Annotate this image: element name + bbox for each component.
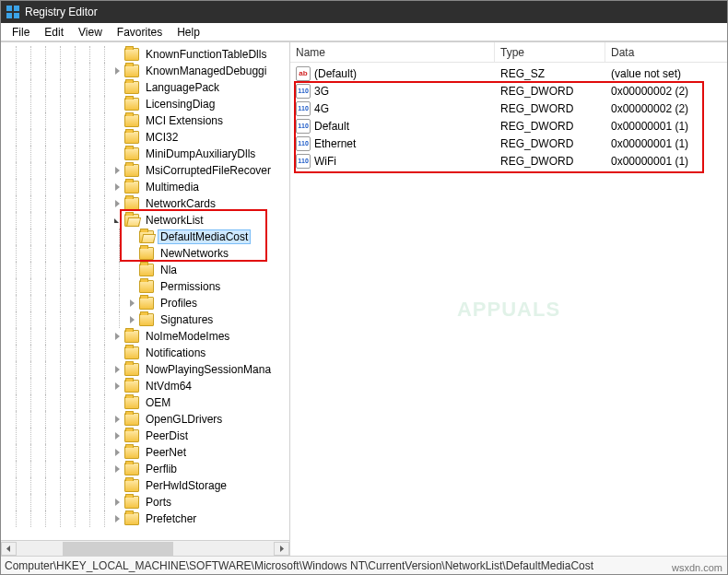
expander-closed-icon[interactable] [112, 364, 123, 375]
tree-node-label[interactable]: MCI32 [143, 130, 181, 145]
expander-closed-icon[interactable] [112, 430, 123, 441]
tree-node[interactable]: Notifications [8, 345, 289, 361]
tree-node[interactable]: Signatures [8, 311, 289, 328]
menu-edit[interactable]: Edit [39, 24, 69, 41]
tree-scroll[interactable]: KnownFunctionTableDllsKnownManagedDebugg… [1, 42, 289, 540]
tree-node-label[interactable]: LanguagePack [143, 80, 222, 95]
value-row[interactable]: 1103GREG_DWORD0x00000002 (2) [290, 82, 727, 100]
value-row[interactable]: ab(Default)REG_SZ(value not set) [290, 65, 727, 82]
scroll-track[interactable] [17, 542, 274, 556]
menu-help[interactable]: Help [171, 24, 205, 41]
tree-node-label[interactable]: NetworkList [143, 213, 206, 228]
tree-node-label[interactable]: LicensingDiag [143, 97, 217, 111]
tree-node-label[interactable]: Nla [158, 263, 180, 277]
tree-node-label[interactable]: PeerNet [143, 445, 189, 460]
menu-view[interactable]: View [73, 24, 108, 41]
tree-node[interactable]: KnownManagedDebuggi [8, 63, 289, 79]
value-type: REG_DWORD [495, 85, 605, 98]
expander-closed-icon[interactable] [112, 464, 123, 475]
expander-closed-icon[interactable] [126, 314, 137, 325]
expander-closed-icon[interactable] [112, 447, 123, 458]
tree-node[interactable]: MCI Extensions [8, 112, 289, 129]
tree-node[interactable]: Multimedia [8, 179, 289, 195]
tree-horizontal-scrollbar[interactable] [1, 540, 289, 556]
column-header-type[interactable]: Type [495, 42, 605, 62]
expander-closed-icon[interactable] [112, 65, 123, 76]
tree-node-label[interactable]: KnownManagedDebuggi [143, 64, 269, 78]
tree-node-label[interactable]: Signatures [158, 312, 216, 327]
value-row[interactable]: 110WiFiREG_DWORD0x00000001 (1) [290, 152, 727, 170]
tree-node[interactable]: PerHwIdStorage [8, 477, 289, 494]
expander-closed-icon[interactable] [112, 198, 123, 209]
tree-node[interactable]: NtVdm64 [8, 378, 289, 394]
expander-closed-icon[interactable] [112, 182, 123, 193]
tree-node[interactable]: Perflib [8, 461, 289, 477]
tree-node[interactable]: DefaultMediaCost [8, 229, 289, 245]
scroll-left-button[interactable] [1, 542, 17, 556]
tree-node-label[interactable]: Ports [143, 495, 174, 510]
column-header-data[interactable]: Data [605, 42, 727, 62]
column-header-name[interactable]: Name [290, 42, 495, 62]
tree-node-label[interactable]: OEM [143, 395, 173, 410]
menu-favorites[interactable]: Favorites [112, 24, 168, 41]
tree-node-label[interactable]: MiniDumpAuxiliaryDlls [143, 147, 258, 161]
tree-node-label[interactable]: MCI Extensions [143, 113, 226, 128]
window-title: Registry Editor [25, 6, 98, 18]
value-row[interactable]: 1104GREG_DWORD0x00000002 (2) [290, 100, 727, 117]
tree-node-label[interactable]: OpenGLDrivers [143, 412, 225, 427]
tree-node[interactable]: OEM [8, 394, 289, 411]
tree-node[interactable]: NoImeModeImes [8, 328, 289, 345]
value-row[interactable]: 110DefaultREG_DWORD0x00000001 (1) [290, 117, 727, 135]
tree-node-label[interactable]: Prefetcher [143, 511, 199, 526]
tree-node-label[interactable]: PeerDist [143, 428, 191, 443]
expander-open-icon[interactable] [112, 215, 123, 226]
tree-node[interactable]: LanguagePack [8, 79, 289, 96]
expander-closed-icon[interactable] [112, 513, 123, 524]
tree-node-label[interactable]: NtVdm64 [143, 379, 194, 393]
tree-node-label[interactable]: PerHwIdStorage [143, 478, 229, 493]
value-type: REG_DWORD [495, 155, 605, 168]
tree-node[interactable]: PeerDist [8, 428, 289, 444]
tree-node[interactable]: MCI32 [8, 129, 289, 146]
tree-node[interactable]: MiniDumpAuxiliaryDlls [8, 146, 289, 162]
tree-node-label[interactable]: Permissions [158, 279, 223, 294]
scroll-right-button[interactable] [274, 542, 289, 556]
tree-node-label[interactable]: MsiCorruptedFileRecover [143, 163, 274, 178]
tree-node-label[interactable]: NewNetworks [158, 246, 231, 261]
tree-node-label[interactable]: Multimedia [143, 180, 202, 194]
tree-node[interactable]: NewNetworks [8, 245, 289, 262]
folder-icon [139, 280, 154, 293]
value-data: 0x00000001 (1) [605, 155, 727, 168]
expander-closed-icon[interactable] [112, 414, 123, 425]
tree-node-label[interactable]: KnownFunctionTableDlls [143, 47, 269, 62]
expander-closed-icon[interactable] [112, 165, 123, 176]
tree-node[interactable]: Profiles [8, 295, 289, 311]
tree-node-label[interactable]: Profiles [158, 296, 200, 311]
expander-closed-icon[interactable] [112, 497, 123, 508]
value-row[interactable]: 110EthernetREG_DWORD0x00000001 (1) [290, 135, 727, 152]
tree-node[interactable]: NowPlayingSessionMana [8, 361, 289, 378]
tree-node-label[interactable]: DefaultMediaCost [158, 229, 251, 244]
tree-node[interactable]: KnownFunctionTableDlls [8, 46, 289, 63]
tree-node[interactable]: Nla [8, 262, 289, 278]
tree-node-label[interactable]: NowPlayingSessionMana [143, 362, 274, 377]
tree-node[interactable]: NetworkList [8, 212, 289, 229]
tree-node[interactable]: Prefetcher [8, 510, 289, 527]
tree-node-label[interactable]: NetworkCards [143, 196, 218, 211]
tree-node[interactable]: PeerNet [8, 444, 289, 461]
reg-dword-icon: 110 [296, 136, 311, 151]
menu-file[interactable]: File [6, 24, 35, 41]
expander-closed-icon[interactable] [112, 331, 123, 342]
expander-closed-icon[interactable] [112, 381, 123, 392]
tree-node-label[interactable]: NoImeModeImes [143, 329, 232, 344]
tree-node[interactable]: NetworkCards [8, 195, 289, 212]
tree-node-label[interactable]: Notifications [143, 346, 208, 360]
scroll-thumb[interactable] [63, 542, 173, 556]
expander-closed-icon[interactable] [126, 298, 137, 309]
tree-node-label[interactable]: Perflib [143, 462, 180, 476]
tree-node[interactable]: OpenGLDrivers [8, 411, 289, 428]
tree-node[interactable]: Ports [8, 494, 289, 510]
tree-node[interactable]: LicensingDiag [8, 96, 289, 112]
tree-node[interactable]: Permissions [8, 278, 289, 295]
tree-node[interactable]: MsiCorruptedFileRecover [8, 162, 289, 179]
